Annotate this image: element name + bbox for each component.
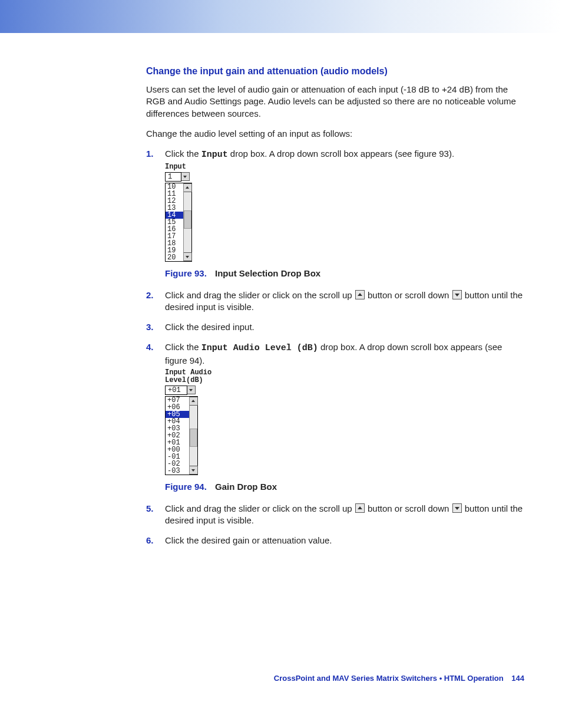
figure-94-caption: Figure 94. Gain Drop Box — [165, 481, 524, 493]
scroll-up-icon[interactable] — [184, 183, 192, 192]
dropbox-label: Input Audio Level(dB) — [165, 369, 524, 384]
label-line2: Level(dB) — [165, 376, 203, 384]
step-text-pre: Click and drag the slider or click on th… — [165, 290, 355, 300]
step-text-pre: Click the — [165, 342, 201, 352]
header-gradient-band — [0, 0, 562, 33]
footer-section: CrossPoint and MAV Series Matrix Switche… — [274, 674, 504, 683]
step-number: 3. — [146, 321, 154, 333]
gain-dropdown-list[interactable]: +07 +06 +05 +04 +03 +02 +01 +00 -01 -02 … — [165, 396, 198, 475]
step-number: 4. — [146, 341, 154, 353]
figure-label: Figure 94. — [165, 482, 207, 492]
step-3: 3. Click the desired input. — [146, 321, 524, 333]
scrollbar-track[interactable] — [190, 406, 197, 466]
step-text: Click the desired input. — [165, 322, 254, 332]
step-text-post: drop box. A drop down scroll box appears… — [228, 149, 454, 159]
page-footer: CrossPoint and MAV Series Matrix Switche… — [274, 674, 524, 683]
input-dropbox-widget: Input 1 10 11 12 13 14 15 16 17 1 — [165, 163, 524, 262]
gain-combo-value: +01 — [165, 386, 187, 395]
scroll-up-icon[interactable] — [190, 397, 198, 406]
scroll-down-icon[interactable] — [190, 466, 198, 475]
scrollbar[interactable] — [183, 183, 191, 261]
label-line1: Input Audio — [165, 368, 211, 377]
scrollbar-thumb[interactable] — [190, 429, 197, 447]
intro-paragraph: Users can set the level of audio gain or… — [146, 84, 524, 120]
gain-combo[interactable]: +01 — [165, 386, 196, 395]
step-text-pre: Click the — [165, 149, 201, 159]
footer-page-number: 144 — [511, 674, 524, 683]
step-number: 1. — [146, 148, 154, 160]
step-5: 5. Click and drag the slider or click on… — [146, 503, 524, 527]
figure-title: Input Selection Drop Box — [215, 268, 320, 278]
input-combo[interactable]: 1 — [165, 172, 190, 182]
step-text: Click the desired gain or attenuation va… — [165, 535, 332, 545]
scroll-down-icon — [452, 503, 462, 513]
input-option-list: 10 11 12 13 14 15 16 17 18 19 20 — [166, 183, 183, 261]
step-text-mid: button or scroll down — [365, 503, 452, 513]
gain-option-list: +07 +06 +05 +04 +03 +02 +01 +00 -01 -02 … — [166, 397, 189, 475]
dropbox-label: Input — [165, 163, 524, 171]
scrollbar-track[interactable] — [184, 192, 191, 252]
scrollbar[interactable] — [189, 397, 197, 475]
step-number: 2. — [146, 289, 154, 301]
input-combo-value: 1 — [165, 172, 181, 182]
scroll-down-icon — [452, 290, 462, 299]
step-2: 2. Click and drag the slider or click on… — [146, 289, 524, 314]
chevron-down-icon[interactable] — [187, 386, 196, 394]
chevron-down-icon[interactable] — [181, 172, 190, 181]
step-number: 6. — [146, 535, 154, 546]
scroll-up-icon — [355, 503, 365, 513]
section-heading: Change the input gain and attenuation (a… — [146, 66, 524, 77]
scrollbar-thumb[interactable] — [184, 210, 191, 229]
step-6: 6. Click the desired gain or attenuation… — [146, 535, 524, 546]
figure-title: Gain Drop Box — [215, 482, 277, 492]
figure-label: Figure 93. — [165, 268, 207, 278]
list-item[interactable]: -03 — [166, 467, 189, 475]
input-dropdown-list[interactable]: 10 11 12 13 14 15 16 17 18 19 20 — [165, 183, 192, 262]
scroll-up-icon — [355, 290, 365, 299]
step-1: 1. Click the Input drop box. A drop down… — [146, 148, 524, 280]
figure-93-caption: Figure 93. Input Selection Drop Box — [165, 268, 524, 279]
page-content: Change the input gain and attenuation (a… — [0, 33, 562, 693]
audio-level-label-mono: Input Audio Level (dB) — [201, 343, 318, 353]
lead-in-text: Change the audio level setting of an inp… — [146, 128, 524, 140]
steps-list: 1. Click the Input drop box. A drop down… — [146, 148, 524, 546]
step-number: 5. — [146, 503, 154, 515]
input-label-mono: Input — [201, 150, 228, 160]
gain-dropbox-widget: Input Audio Level(dB) +01 +07 +06 +05 +0… — [165, 369, 524, 475]
list-item[interactable]: 20 — [166, 254, 183, 261]
step-text-mid: button or scroll down — [365, 290, 452, 300]
scroll-down-icon[interactable] — [184, 252, 192, 261]
step-text-pre: Click and drag the slider or click on th… — [165, 503, 355, 513]
step-4: 4. Click the Input Audio Level (dB) drop… — [146, 341, 524, 493]
